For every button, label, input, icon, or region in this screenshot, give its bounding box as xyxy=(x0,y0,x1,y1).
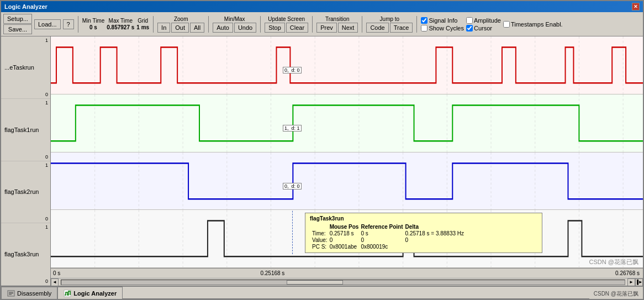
main-window: Logic Analyzer ✕ Setup... Save... Load..… xyxy=(0,0,644,300)
time-label: Time: xyxy=(312,230,328,236)
help-button[interactable]: ? xyxy=(63,19,74,29)
waveform-row-3: flagTask3run Mouse Pos Reference Point D… xyxy=(51,210,643,268)
waveform-container[interactable]: 0, d: 0 xyxy=(51,36,643,286)
clear-button[interactable]: Clear xyxy=(286,23,308,33)
zoom-in-button[interactable]: In xyxy=(157,23,170,33)
file-buttons: Setup... Save... xyxy=(3,14,32,34)
code-button[interactable]: Code xyxy=(366,23,388,33)
sep5 xyxy=(312,16,313,33)
sep7 xyxy=(416,16,417,33)
value-tag-2: 0, d: 0 xyxy=(283,183,302,190)
scrollbar-track[interactable] xyxy=(61,280,625,285)
update-buttons: Stop Clear xyxy=(265,23,308,33)
transition-group: Transition Prev Next xyxy=(316,16,358,33)
signal-info-checkbox[interactable] xyxy=(421,17,427,24)
grid-col: Grid 1 ms xyxy=(136,18,149,30)
timeline-right: 0.26768 s xyxy=(615,270,640,276)
waveform-row-2: 0, d: 0 xyxy=(51,152,643,210)
time-delta: 0.25718 s = 3.88833 Hz xyxy=(405,230,464,236)
zoom-out-button[interactable]: Out xyxy=(171,23,189,33)
zoom-all-button[interactable]: All xyxy=(190,23,204,33)
sep2 xyxy=(153,16,154,33)
timeline-left: 0 s xyxy=(53,270,60,276)
update-label: Update Screen xyxy=(265,16,308,22)
scrollbar-area: ◄ ► ▐► xyxy=(51,278,643,286)
scrollbar-thumb[interactable] xyxy=(287,280,343,285)
signal-labels: 1 ...eTaskrun 0 1 flagTask1run 0 1 flagT… xyxy=(1,36,51,286)
jump-group: Jump to Code Trace xyxy=(366,16,413,33)
setup-button[interactable]: Setup... xyxy=(3,14,32,24)
max-time-label: Max Time xyxy=(109,18,133,24)
watermark: CSDN @花落已飘 xyxy=(589,258,638,266)
tab-disassembly[interactable]: Disassembly xyxy=(1,287,57,299)
signal-label-2: 1 flagTask2run 0 xyxy=(1,161,50,224)
sep6 xyxy=(362,16,362,33)
value-label: Value: xyxy=(312,237,328,243)
signal-label-0: 1 ...eTaskrun 0 xyxy=(1,36,50,99)
time-mouse: 0.25718 s xyxy=(330,230,359,236)
show-cycles-checkbox[interactable] xyxy=(421,25,427,31)
scroll-end-button[interactable]: ▐► xyxy=(635,278,643,286)
value-tag-0: 0, d: 0 xyxy=(283,67,302,73)
sep3 xyxy=(208,16,209,33)
undo-button[interactable]: Undo xyxy=(234,23,256,33)
scroll-left-button[interactable]: ◄ xyxy=(51,278,59,286)
title-bar: Logic Analyzer ✕ xyxy=(1,1,643,12)
scroll-right-button[interactable]: ► xyxy=(627,278,635,286)
prev-button[interactable]: Prev xyxy=(316,23,337,33)
max-time-col: Max Time 0.857927 s xyxy=(107,18,134,30)
zoom-label: Zoom xyxy=(157,16,204,22)
value-ref: 0 xyxy=(361,237,403,243)
waveform-svg-0 xyxy=(51,36,643,94)
sep1 xyxy=(78,16,78,33)
minmax-buttons: Auto Undo xyxy=(213,23,256,33)
tab-filler xyxy=(123,298,589,299)
value-delta: 0 xyxy=(405,237,464,243)
cursor-label[interactable]: Cursor xyxy=(466,25,501,31)
zoom-buttons: In Out All xyxy=(157,23,204,33)
signal-label-1: 1 flagTask1run 0 xyxy=(1,99,50,161)
value-tag-1: 1, d: 1 xyxy=(283,125,302,131)
stop-button[interactable]: Stop xyxy=(265,23,285,33)
load-button[interactable]: Load... xyxy=(34,19,61,29)
amplitude-checkbox[interactable] xyxy=(466,17,473,24)
max-time-value: 0.857927 s xyxy=(107,24,134,30)
amplitude-label[interactable]: Amplitude xyxy=(466,17,501,24)
jump-label: Jump to xyxy=(366,16,413,22)
timeline-mid: 0.25168 s xyxy=(260,270,284,276)
tab-disassembly-label: Disassembly xyxy=(17,290,51,297)
grid-label: Grid xyxy=(138,18,148,24)
pcs-label: PC S: xyxy=(312,244,328,250)
tab-bar: Disassembly Logic Analyzer CSDN @花落已飘 xyxy=(1,286,643,299)
time-ref: 0 s xyxy=(361,230,403,236)
tooltip-box: flagTask3run Mouse Pos Reference Point D… xyxy=(305,213,542,253)
pcs-mouse: 0x8001abe xyxy=(330,244,359,250)
tab-logic-analyzer-label: Logic Analyzer xyxy=(73,290,117,297)
close-button[interactable]: ✕ xyxy=(632,3,640,10)
signal-info-label[interactable]: Signal Info xyxy=(421,17,464,24)
min-time-col: Min Time 0 s xyxy=(82,18,105,30)
tooltip-signal-name: flagTask3run xyxy=(310,215,537,222)
timestamps-checkbox[interactable] xyxy=(503,21,510,28)
signal-area: 1 ...eTaskrun 0 1 flagTask1run 0 1 flagT… xyxy=(1,36,643,286)
checkboxes-group2: Amplitude Cursor xyxy=(466,17,501,31)
checkboxes-group3: Timestamps Enabl. xyxy=(503,21,563,28)
jump-buttons: Code Trace xyxy=(366,23,413,33)
cursor-checkbox[interactable] xyxy=(466,25,473,31)
sep4 xyxy=(260,16,261,33)
grid-value: 1 ms xyxy=(136,24,149,30)
minmax-group: Min/Max Auto Undo xyxy=(213,16,256,33)
toolbar: Setup... Save... Load... ? Min Time 0 s … xyxy=(1,12,643,36)
signal-label-3: 1 flagTask3run 0 xyxy=(1,223,50,286)
tooltip-table: Mouse Pos Reference Point Delta Time: 0.… xyxy=(310,223,466,250)
pcs-ref: 0x800019c xyxy=(361,244,403,250)
update-group: Update Screen Stop Clear xyxy=(265,16,308,33)
minmax-label: Min/Max xyxy=(213,16,256,22)
trace-button[interactable]: Trace xyxy=(390,23,413,33)
timestamps-label[interactable]: Timestamps Enabl. xyxy=(503,21,563,28)
auto-button[interactable]: Auto xyxy=(213,23,233,33)
show-cycles-label[interactable]: Show Cycles xyxy=(421,25,464,31)
tab-logic-analyzer[interactable]: Logic Analyzer xyxy=(57,287,123,299)
next-button[interactable]: Next xyxy=(338,23,358,33)
save-button[interactable]: Save... xyxy=(3,24,32,34)
